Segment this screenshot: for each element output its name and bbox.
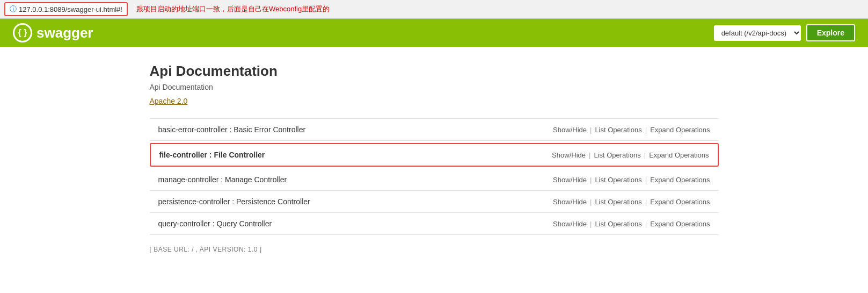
header-right: default (/v2/api-docs) Explore: [714, 24, 855, 41]
action-link-expand-operations[interactable]: Expand Operations: [649, 151, 709, 159]
controller-list: basic-error-controller : Basic Error Con…: [150, 118, 719, 235]
action-link-show/hide[interactable]: Show/Hide: [552, 151, 586, 159]
controller-actions: Show/Hide|List Operations|Expand Operati…: [553, 198, 710, 206]
controller-name: file-controller : File Controller: [159, 151, 265, 159]
controller-item[interactable]: manage-controller : Manage ControllerSho…: [150, 169, 719, 191]
action-link-show/hide[interactable]: Show/Hide: [553, 176, 587, 184]
controller-name: persistence-controller : Persistence Con…: [158, 197, 310, 206]
swagger-logo-text: swagger: [37, 25, 93, 41]
controller-item[interactable]: query-controller : Query ControllerShow/…: [150, 213, 719, 235]
controller-name: query-controller : Query Controller: [158, 219, 272, 228]
swagger-header: { } swagger default (/v2/api-docs) Explo…: [0, 19, 868, 47]
action-link-expand-operations[interactable]: Expand Operations: [650, 176, 710, 184]
url-text: 127.0.0.1:8089/swagger-ui.html#!: [19, 5, 122, 13]
swagger-logo: { } swagger: [13, 23, 93, 42]
address-bar[interactable]: ⓘ 127.0.0.1:8089/swagger-ui.html#!: [4, 2, 128, 16]
controller-name: basic-error-controller : Basic Error Con…: [158, 125, 306, 134]
apache-license-link[interactable]: Apache 2.0: [150, 97, 188, 105]
controller-actions: Show/Hide|List Operations|Expand Operati…: [553, 126, 710, 134]
info-icon: ⓘ: [10, 4, 17, 14]
action-separator: |: [645, 126, 647, 134]
action-link-show/hide[interactable]: Show/Hide: [553, 126, 587, 134]
action-link-list-operations[interactable]: List Operations: [594, 151, 640, 159]
annotation-text: 跟项目启动的地址端口一致，后面是自己在Webconfig里配置的: [136, 4, 330, 14]
action-link-expand-operations[interactable]: Expand Operations: [650, 126, 710, 134]
browser-bar: ⓘ 127.0.0.1:8089/swagger-ui.html#! 跟项目启动…: [0, 0, 868, 19]
controller-item[interactable]: file-controller : File ControllerShow/Hi…: [150, 143, 719, 167]
page-subtitle: Api Documentation: [150, 83, 719, 91]
action-link-list-operations[interactable]: List Operations: [595, 176, 641, 184]
action-separator: |: [644, 151, 646, 159]
action-link-show/hide[interactable]: Show/Hide: [553, 220, 587, 228]
action-link-list-operations[interactable]: List Operations: [595, 198, 641, 206]
action-link-list-operations[interactable]: List Operations: [595, 126, 641, 134]
api-docs-select[interactable]: default (/v2/api-docs): [714, 25, 801, 41]
action-separator: |: [590, 126, 592, 134]
action-separator: |: [645, 198, 647, 206]
explore-button[interactable]: Explore: [806, 24, 855, 41]
action-link-show/hide[interactable]: Show/Hide: [553, 198, 587, 206]
controller-name: manage-controller : Manage Controller: [158, 175, 287, 184]
action-separator: |: [590, 220, 592, 228]
action-separator: |: [645, 220, 647, 228]
action-separator: |: [590, 176, 592, 184]
action-separator: |: [645, 176, 647, 184]
action-separator: |: [589, 151, 590, 159]
base-url-footer: [ BASE URL: / , API VERSION: 1.0 ]: [150, 246, 719, 253]
action-separator: |: [590, 198, 592, 206]
main-content: Api Documentation Api Documentation Apac…: [139, 63, 730, 253]
controller-item[interactable]: persistence-controller : Persistence Con…: [150, 191, 719, 213]
page-title: Api Documentation: [150, 63, 719, 80]
action-link-list-operations[interactable]: List Operations: [595, 220, 641, 228]
controller-actions: Show/Hide|List Operations|Expand Operati…: [552, 151, 709, 159]
controller-item[interactable]: basic-error-controller : Basic Error Con…: [150, 118, 719, 141]
action-link-expand-operations[interactable]: Expand Operations: [650, 198, 710, 206]
action-link-expand-operations[interactable]: Expand Operations: [650, 220, 710, 228]
controller-actions: Show/Hide|List Operations|Expand Operati…: [553, 176, 710, 184]
swagger-logo-icon: { }: [13, 23, 32, 42]
controller-actions: Show/Hide|List Operations|Expand Operati…: [553, 220, 710, 228]
